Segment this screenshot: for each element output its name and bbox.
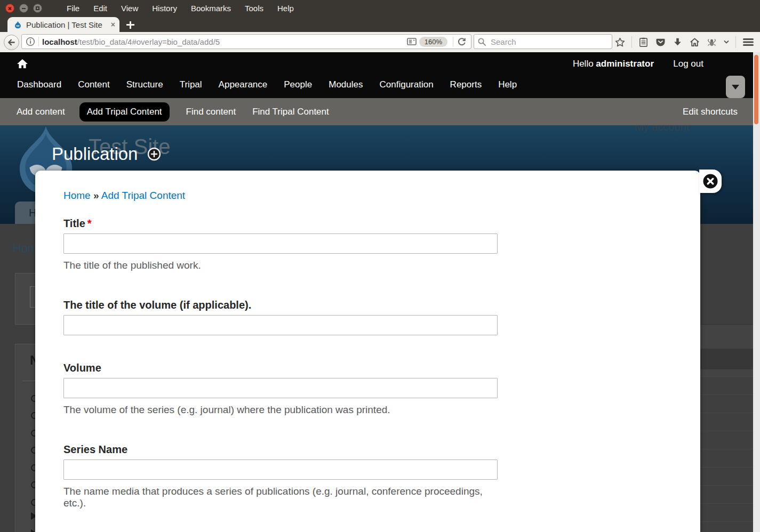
close-icon[interactable] [702, 173, 718, 189]
field-series-name: Series Name The name media that produces… [63, 444, 499, 509]
extension-fly-icon[interactable] [706, 37, 717, 48]
window-titlebar: File Edit View History Bookmarks Tools H… [0, 0, 760, 16]
overlay-content: Home » Add Tripal Content Title* The tit… [63, 190, 499, 509]
new-tab-button[interactable] [124, 19, 138, 31]
menu-file[interactable]: File [67, 4, 79, 13]
drupal-admin-toolbar: Hello administrator Log out Dashboard Co… [0, 52, 753, 98]
bookmark-star-icon[interactable] [614, 37, 626, 48]
menu-bookmarks[interactable]: Bookmarks [191, 4, 231, 13]
admin-menu-content[interactable]: Content [78, 79, 110, 90]
zoom-level-badge[interactable]: 160% [419, 37, 447, 47]
admin-menu-configuration[interactable]: Configuration [379, 79, 433, 90]
overlay-heading: Publication [52, 144, 161, 164]
app-menubar: File Edit View History Bookmarks Tools H… [67, 4, 294, 13]
site-info-icon[interactable] [26, 37, 35, 46]
url-bar[interactable]: localhost/test/bio_data/4#overlay=bio_da… [21, 34, 471, 49]
breadcrumb-home-link[interactable]: Home [63, 190, 91, 201]
logout-link[interactable]: Log out [673, 59, 703, 69]
field-volume-title-input[interactable] [63, 315, 498, 335]
field-volume: Volume The volume of the series (e.g. jo… [63, 362, 499, 416]
browser-tab[interactable]: Publication | Test Site × [7, 17, 119, 32]
home-icon[interactable] [689, 37, 700, 48]
field-volume-title: The title of the volume (if applicable). [63, 299, 499, 335]
pocket-icon[interactable] [655, 37, 666, 48]
back-button[interactable] [4, 35, 19, 50]
greeting-text: Hello administrator [573, 59, 654, 69]
divider [735, 36, 736, 48]
tab-close-icon[interactable]: × [111, 21, 115, 28]
chevron-down-icon[interactable] [723, 39, 730, 45]
admin-home-icon[interactable] [16, 58, 29, 70]
window-maximize-button[interactable] [33, 4, 42, 13]
toolbar-icons [614, 32, 755, 52]
field-volume-description: The volume of the series (e.g. journal) … [63, 404, 499, 416]
label-text: Title [63, 217, 85, 229]
url-host: localhost [42, 37, 77, 46]
back-arrow-icon [6, 37, 17, 48]
admin-toolbar-menu: Dashboard Content Structure Tripal Appea… [17, 76, 517, 94]
admin-menu-people[interactable]: People [284, 79, 312, 90]
shortcut-find-content[interactable]: Find content [186, 107, 236, 117]
greeting-hello: Hello [573, 59, 594, 69]
shortcut-add-tripal-content-active[interactable]: Add Tripal Content [79, 102, 170, 122]
greeting-username: administrator [596, 59, 654, 69]
field-volume-input[interactable] [63, 378, 498, 398]
admin-menu-appearance[interactable]: Appearance [219, 79, 268, 90]
window-close-button[interactable] [5, 4, 14, 13]
breadcrumb-current-link[interactable]: Add Tripal Content [101, 190, 185, 201]
admin-menu-reports[interactable]: Reports [450, 79, 482, 90]
admin-menu-tripal[interactable]: Tripal [180, 79, 202, 90]
field-volume-title-label: The title of the volume (if applicable). [63, 299, 499, 311]
field-title-label: Title* [63, 217, 499, 230]
admin-menu-structure[interactable]: Structure [126, 79, 163, 90]
reader-mode-icon[interactable] [406, 37, 417, 46]
scrollbar-thumb[interactable] [754, 55, 758, 124]
browser-window: Test Site My account Ho Hom N [0, 0, 760, 532]
url-text[interactable]: localhost/test/bio_data/4#overlay=bio_da… [42, 37, 406, 46]
admin-menu-dashboard[interactable]: Dashboard [17, 79, 61, 90]
breadcrumb-separator: » [93, 190, 99, 201]
reload-icon[interactable] [457, 37, 467, 47]
divider [453, 37, 453, 46]
menu-view[interactable]: View [121, 4, 138, 13]
shortcut-find-tripal-content[interactable]: Find Tripal Content [252, 107, 329, 117]
overlay-modal: Home » Add Tripal Content Title* The tit… [35, 171, 700, 532]
menu-edit[interactable]: Edit [93, 4, 107, 13]
window-controls [0, 4, 42, 13]
search-bar[interactable] [474, 34, 612, 49]
admin-menu-help[interactable]: Help [498, 79, 517, 90]
overlay-close-bubble[interactable] [699, 170, 722, 193]
shortcut-bar: Add content Add Tripal Content Find cont… [0, 98, 753, 125]
search-input[interactable] [490, 37, 598, 47]
shortcut-add-content[interactable]: Add content [17, 107, 65, 117]
scrollbar-track[interactable] [753, 52, 760, 532]
page-title: Publication [52, 144, 138, 164]
divider [38, 37, 39, 46]
edit-shortcuts-link[interactable]: Edit shortcuts [683, 107, 738, 117]
add-circle-icon[interactable] [147, 147, 161, 161]
field-title: Title* The title of the published work. [63, 217, 499, 271]
bookmarks-sidebar-icon[interactable] [638, 37, 649, 48]
window-minimize-button[interactable] [19, 4, 28, 13]
breadcrumb: Home » Add Tripal Content [63, 190, 499, 201]
field-title-input[interactable] [63, 233, 498, 254]
field-series-name-input[interactable] [63, 460, 498, 480]
menu-help[interactable]: Help [277, 4, 294, 13]
field-volume-label: Volume [63, 362, 499, 374]
menu-history[interactable]: History [152, 4, 177, 13]
search-icon [477, 37, 486, 46]
toolbar-toggle-button[interactable] [726, 76, 745, 98]
field-series-name-label: Series Name [63, 444, 499, 456]
admin-menu-modules[interactable]: Modules [329, 79, 363, 90]
url-path: /test/bio_data/4#overlay=bio_data/add/5 [77, 37, 220, 46]
admin-toolbar-top-row: Hello administrator Log out [0, 52, 753, 76]
menu-tools[interactable]: Tools [245, 4, 263, 13]
navigation-toolbar: localhost/test/bio_data/4#overlay=bio_da… [0, 32, 760, 53]
drupal-favicon-icon [14, 21, 22, 29]
download-icon[interactable] [672, 37, 683, 48]
hamburger-menu-icon[interactable] [742, 37, 755, 47]
background-breadcrumb-partial: Hom [13, 241, 37, 255]
my-account-link[interactable]: My account [635, 125, 689, 133]
divider [631, 36, 632, 48]
tab-bar: Publication | Test Site × [0, 16, 760, 32]
